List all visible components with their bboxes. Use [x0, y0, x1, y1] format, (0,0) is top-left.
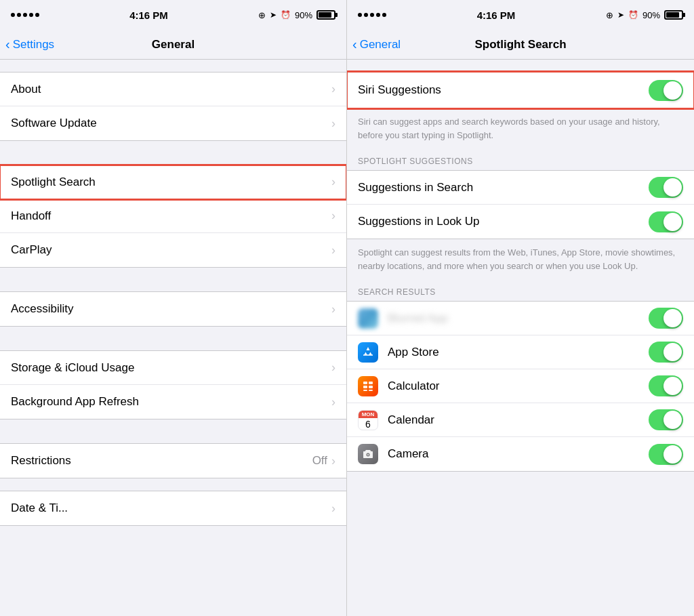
svg-rect-2: [363, 386, 367, 388]
location-icon-left: ⊕: [258, 10, 266, 20]
time-right: 4:16 PM: [477, 9, 516, 21]
row-carplay[interactable]: CarPlay ›: [0, 233, 346, 267]
row-restrictions[interactable]: Restrictions Off ›: [0, 444, 346, 478]
camera-toggle[interactable]: [649, 444, 683, 465]
status-bar-right: 4:16 PM ⊕ ➤ ⏰ 90%: [347, 0, 694, 30]
blurred-app-toggle[interactable]: [649, 308, 683, 329]
row-camera[interactable]: Camera: [347, 437, 694, 471]
svg-point-7: [367, 454, 369, 456]
nav-title-left: General: [152, 38, 195, 52]
app-store-label: App Store: [388, 346, 649, 359]
row-date-time[interactable]: Date & Ti... ›: [0, 491, 346, 525]
row-calendar[interactable]: MON 6 Calendar: [347, 403, 694, 437]
blurred-app-knob: [664, 309, 682, 327]
spacer-4: [0, 327, 346, 350]
calculator-knob: [664, 377, 682, 395]
right-phone-panel: 4:16 PM ⊕ ➤ ⏰ 90% ‹ General Spotlight Se…: [347, 0, 694, 616]
row-handoff[interactable]: Handoff ›: [0, 199, 346, 233]
alarm-icon-left: ⏰: [281, 10, 291, 20]
alarm-icon-right: ⏰: [628, 10, 638, 20]
signal-dot-4: [29, 13, 33, 17]
navigation-icon-left: ➤: [270, 10, 277, 20]
chevron-spotlight: ›: [331, 175, 335, 189]
suggestions-in-search-toggle[interactable]: [649, 177, 683, 198]
back-button-right[interactable]: ‹ General: [352, 37, 401, 52]
spacer-6: [0, 478, 346, 491]
signal-dot-2: [17, 13, 21, 17]
app-store-icon: [358, 342, 378, 363]
svg-rect-4: [363, 390, 367, 391]
row-suggestions-in-search[interactable]: Suggestions in Search: [347, 171, 694, 205]
camera-icon: [358, 444, 378, 464]
battery-fill-left: [319, 12, 331, 18]
right-settings-list: Siri Suggestions Siri can suggest apps a…: [347, 60, 694, 616]
group-1: About › Software Update ›: [0, 72, 346, 141]
status-right-right: ⊕ ➤ ⏰ 90%: [606, 10, 683, 20]
row-blurred-app[interactable]: Blurred App: [347, 302, 694, 335]
chevron-background: ›: [331, 395, 335, 409]
row-background-refresh[interactable]: Background App Refresh ›: [0, 385, 346, 419]
blurred-app-icon: [358, 308, 378, 329]
nav-bar-right: ‹ General Spotlight Search: [347, 30, 694, 60]
spotlight-suggestions-header: SPOTLIGHT SUGGESTIONS: [347, 151, 694, 170]
siri-toggle-knob: [664, 81, 682, 100]
app-store-toggle[interactable]: [649, 342, 683, 363]
battery-icon-right: [664, 10, 683, 20]
app-store-knob: [664, 343, 682, 361]
blurred-app-label: Blurred App: [388, 312, 649, 325]
location-icon-right: ⊕: [606, 10, 613, 20]
chevron-accessibility: ›: [331, 302, 335, 316]
signal-dot-r2: [364, 13, 368, 17]
camera-label: Camera: [388, 447, 649, 461]
row-storage-icloud[interactable]: Storage & iCloud Usage ›: [0, 351, 346, 385]
right-spacer-1: [347, 60, 694, 72]
row-date-time-label: Date & Ti...: [11, 501, 331, 515]
chevron-date-time: ›: [331, 501, 335, 516]
spacer-1: [0, 60, 346, 72]
signal-dots-left: [11, 13, 39, 17]
signal-dot-3: [23, 13, 27, 17]
row-restrictions-label: Restrictions: [11, 454, 312, 468]
siri-suggestions-row[interactable]: Siri Suggestions: [347, 72, 694, 108]
siri-suggestions-toggle[interactable]: [649, 80, 683, 101]
nav-title-right: Spotlight Search: [474, 38, 566, 52]
back-button-left[interactable]: ‹ Settings: [5, 37, 54, 52]
row-app-store[interactable]: App Store: [347, 335, 694, 369]
calculator-icon: [358, 376, 378, 396]
time-left: 4:16 PM: [129, 9, 168, 21]
chevron-about: ›: [331, 82, 335, 96]
suggestions-in-lookup-toggle[interactable]: [649, 211, 683, 232]
calendar-knob: [664, 411, 682, 429]
left-phone-panel: 4:16 PM ⊕ ➤ ⏰ 90% ‹ Settings General Abo…: [0, 0, 347, 616]
row-restrictions-value: Off: [312, 454, 327, 468]
suggestions-in-lookup-label: Suggestions in Look Up: [358, 215, 649, 228]
row-accessibility[interactable]: Accessibility ›: [0, 292, 346, 326]
back-chevron-right: ‹: [352, 37, 357, 52]
row-handoff-label: Handoff: [11, 209, 331, 223]
siri-suggestions-label: Siri Suggestions: [358, 83, 649, 97]
calculator-toggle[interactable]: [649, 375, 683, 396]
suggestions-in-search-knob: [664, 178, 682, 197]
search-results-group: Blurred App App Store: [347, 301, 694, 472]
back-label-right: General: [360, 38, 401, 52]
suggestions-in-lookup-knob: [664, 213, 682, 231]
calendar-toggle[interactable]: [649, 409, 683, 430]
back-chevron-left: ‹: [5, 37, 10, 52]
battery-percent-left: 90%: [295, 10, 312, 20]
row-calculator[interactable]: Calculator: [347, 369, 694, 403]
row-about[interactable]: About ›: [0, 73, 346, 106]
signal-dot-r1: [358, 13, 362, 17]
svg-rect-5: [369, 390, 373, 391]
svg-rect-1: [369, 382, 373, 384]
row-software-update[interactable]: Software Update ›: [0, 106, 346, 140]
battery-icon-left: [317, 10, 335, 20]
signal-dot-r3: [370, 13, 374, 17]
row-suggestions-in-lookup[interactable]: Suggestions in Look Up: [347, 205, 694, 239]
row-background-label: Background App Refresh: [11, 395, 331, 409]
signal-dot-5: [35, 13, 39, 17]
group-2: Spotlight Search › Handoff › CarPlay ›: [0, 165, 346, 268]
row-spotlight-search[interactable]: Spotlight Search ›: [0, 165, 346, 199]
camera-knob: [664, 445, 682, 464]
navigation-icon-right: ➤: [617, 10, 624, 20]
signal-dots-right: [358, 13, 386, 17]
